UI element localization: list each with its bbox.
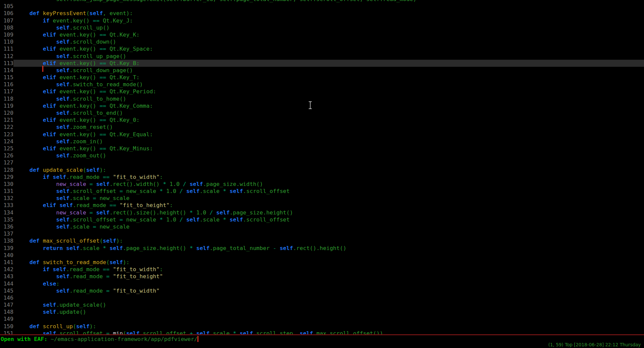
code-line[interactable]: 127 [0, 159, 644, 166]
code-token: self [43, 309, 56, 315]
code-line[interactable]: 133 elif self.read_mode == "fit_to_heigh… [0, 202, 644, 209]
line-number: 143 [0, 273, 13, 280]
code-line[interactable]: 129 if self.read_mode == "fit_to_width": [0, 173, 644, 181]
code-line[interactable]: 137 [0, 230, 644, 237]
code-line[interactable]: 115 elif event.key() == Qt.Key_T: [0, 74, 644, 81]
code-line[interactable]: 141 def switch_to_read_mode(self): [0, 259, 644, 266]
code-token: def [30, 323, 40, 330]
code-token: .scroll_to_end() [70, 110, 123, 116]
code-token: .scale [80, 245, 103, 251]
code-token: self [56, 223, 70, 230]
code-line[interactable]: 147 self.update_scale() [0, 301, 644, 308]
code-token: == [99, 74, 106, 81]
code-token: "fit_to_width" [113, 266, 159, 272]
line-number: 113 [0, 60, 13, 67]
code-line[interactable]: 142 if self.read_mode == "fit_to_width": [0, 266, 644, 273]
code-token: elif [43, 74, 56, 81]
code-line[interactable]: self.send_jump_page_message.emit(self.bu… [0, 0, 644, 3]
code-line[interactable]: 131 self.scroll_offset = new_scale * 1.0… [0, 188, 644, 195]
line-number: 106 [0, 10, 13, 17]
code-line[interactable]: 122 self.zoom_reset() [0, 123, 644, 131]
code-line[interactable]: 145 self.read_mode = "fit_to_width" [0, 287, 644, 294]
code-line[interactable]: 117 elif event.key() == Qt.Key_Period: [0, 88, 644, 95]
code-token: ( [73, 323, 76, 330]
code-line[interactable]: 111 elif event.key() == Qt.Key_Space: [0, 45, 644, 52]
line-number: 124 [0, 138, 13, 145]
code-line[interactable]: 143 self.read_mode = "fit_to_height" [0, 273, 644, 280]
code-token [16, 202, 43, 208]
code-line[interactable]: 136 self.scale = new_scale [0, 223, 644, 230]
code-token: .scroll_offset [70, 216, 120, 223]
code-line[interactable]: 113 elif event.key() == Qt.Key_B: [0, 60, 644, 67]
code-token: self [90, 10, 103, 16]
code-text: elif event.key() == Qt.Key_Period: [13, 88, 644, 95]
code-token [16, 24, 56, 31]
code-line[interactable]: 118 self.scroll_to_home() [0, 95, 644, 102]
code-line[interactable]: 120 self.scroll_to_end() [0, 109, 644, 116]
code-token: .read_mode [66, 266, 103, 272]
code-token [186, 181, 190, 187]
code-line[interactable]: 110 self.scroll_down() [0, 38, 644, 45]
code-line[interactable]: 150 def scroll_up(self): [0, 323, 644, 330]
code-line[interactable]: 126 self.zoom_out() [0, 152, 644, 159]
code-line[interactable]: 106 def keyPressEvent(self, event): [0, 10, 644, 17]
code-line[interactable]: 121 elif event.key() == Qt.Key_0: [0, 116, 644, 123]
code-token: new_scale [123, 188, 159, 194]
code-line[interactable]: 108 self.scroll_up() [0, 24, 644, 31]
code-text: new_scale = self.rect().width() * 1.0 / … [13, 181, 644, 188]
code-line[interactable]: 148 self.update() [0, 308, 644, 315]
code-token: * [223, 216, 226, 223]
code-token: "fit_to_height" [113, 273, 163, 280]
code-line[interactable]: 112 self.scroll_up_page() [0, 53, 644, 60]
code-line[interactable]: 135 self.scroll_offset = new_scale * 1.0… [0, 216, 644, 223]
code-token: new_scale [56, 209, 86, 216]
code-line[interactable]: 132 self.scale = new_scale [0, 195, 644, 202]
code-token: self [56, 188, 70, 194]
code-token: / [180, 188, 183, 194]
code-line[interactable]: 140 [0, 252, 644, 259]
code-token [16, 288, 56, 294]
code-token [16, 245, 43, 251]
line-number: 134 [0, 209, 13, 216]
minibuffer[interactable]: Open with EAF: ~/emacs-application-frame… [1, 336, 198, 343]
code-line[interactable]: 138 def max_scroll_offset(self): [0, 237, 644, 244]
code-token: .update_scale() [56, 302, 106, 308]
code-token: if [43, 266, 49, 272]
code-token: .read_mode [70, 288, 106, 294]
code-line[interactable]: 124 self.zoom_in() [0, 138, 644, 145]
code-line[interactable]: 107 if event.key() == Qt.Key_J: [0, 17, 644, 24]
code-token: elif [43, 103, 56, 109]
code-text [13, 294, 644, 301]
code-token: .scale [70, 223, 93, 230]
code-line[interactable]: 109 elif event.key() == Qt.Key_K: [0, 31, 644, 38]
line-number: 127 [0, 159, 13, 166]
code-token: .zoom_reset() [70, 124, 113, 130]
code-line[interactable]: 123 elif event.key() == Qt.Key_Equal: [0, 131, 644, 138]
code-line[interactable]: 149 [0, 315, 644, 322]
code-line[interactable]: 116 self.switch_to_read_mode() [0, 81, 644, 88]
line-number: 114 [0, 67, 13, 74]
code-line[interactable]: 144 else: [0, 280, 644, 287]
code-line[interactable]: 130 new_scale = self.rect().width() * 1.… [0, 181, 644, 188]
code-line[interactable]: 151 self.scroll_offset = min(self.scroll… [0, 330, 644, 335]
code-token: keyPressEvent [43, 10, 86, 16]
line-number: 108 [0, 24, 13, 31]
code-line[interactable]: 139 return self.scale * self.page_size.h… [0, 245, 644, 252]
code-editor[interactable]: self.send_jump_page_message.emit(self.bu… [0, 0, 644, 335]
code-text: new_scale = self.rect().size().height() … [13, 209, 644, 216]
minibuffer-input[interactable]: ~/emacs-application-framework/app/pdfvie… [51, 336, 197, 342]
code-line[interactable]: 146 [0, 294, 644, 301]
code-token: == [99, 46, 106, 52]
code-line[interactable]: 125 elif event.key() == Qt.Key_Minus: [0, 145, 644, 152]
code-line[interactable]: 119 elif event.key() == Qt.Key_Comma: [0, 102, 644, 109]
code-token [109, 174, 113, 180]
code-text: self.zoom_out() [13, 152, 644, 159]
code-text: def max_scroll_offset(self): [13, 237, 644, 244]
code-line[interactable]: 134 new_scale = self.rect().size().heigh… [0, 209, 644, 216]
code-line[interactable]: 128 def update_scale(self): [0, 166, 644, 173]
code-text: self.scroll_up() [13, 24, 644, 31]
code-token [16, 39, 56, 45]
code-line[interactable]: 114 self.scroll_down_page() [0, 67, 644, 74]
code-line[interactable]: 105 [0, 3, 644, 10]
code-token [16, 188, 56, 194]
